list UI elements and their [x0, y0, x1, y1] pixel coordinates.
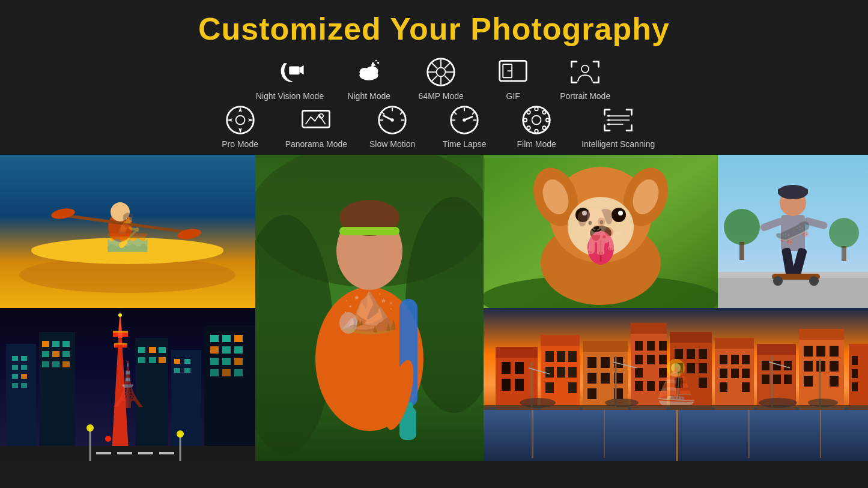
svg-rect-233: [731, 355, 739, 364]
svg-point-274: [667, 359, 685, 377]
svg-rect-205: [587, 388, 596, 399]
svg-rect-142: [159, 347, 166, 353]
svg-rect-259: [852, 356, 858, 365]
svg-rect-143: [138, 357, 145, 363]
modes-row-2: Pro Mode Panorama Mode: [213, 104, 655, 149]
svg-rect-119: [21, 374, 27, 379]
svg-rect-116: [12, 365, 18, 370]
mode-pro[interactable]: Pro Mode: [213, 104, 267, 149]
mode-night[interactable]: Night Mode: [342, 56, 396, 101]
svg-rect-246: [773, 375, 781, 384]
svg-rect-214: [659, 355, 667, 364]
svg-point-53: [608, 119, 610, 121]
svg-rect-244: [784, 361, 792, 370]
svg-rect-191: [568, 351, 577, 362]
svg-rect-147: [174, 359, 180, 364]
svg-rect-188: [541, 335, 580, 346]
svg-rect-238: [720, 382, 727, 392]
night-mode-label: Night Mode: [347, 91, 390, 101]
svg-point-40: [532, 116, 541, 125]
mode-slow-motion[interactable]: Slow Motion: [365, 104, 419, 149]
svg-rect-159: [222, 358, 231, 365]
night-mode-icon: [353, 56, 384, 88]
svg-line-14: [445, 76, 451, 82]
mode-64mp[interactable]: 64MP Mode: [414, 56, 468, 101]
svg-rect-219: [659, 381, 667, 391]
mode-night-vision[interactable]: Night Vision Mode: [256, 56, 324, 101]
svg-rect-137: [113, 331, 128, 333]
mode-portrait[interactable]: Portrait Mode: [558, 56, 612, 101]
svg-rect-120: [12, 383, 18, 388]
svg-point-77: [339, 312, 357, 334]
svg-rect-212: [635, 355, 643, 364]
svg-rect-183: [502, 362, 511, 374]
svg-rect-160: [234, 358, 243, 365]
time-lapse-icon: [449, 104, 480, 136]
svg-rect-251: [816, 346, 825, 357]
mode-film[interactable]: Film Mode: [509, 104, 563, 149]
svg-rect-225: [675, 363, 683, 373]
svg-line-16: [431, 76, 437, 82]
svg-rect-223: [687, 349, 695, 359]
svg-rect-153: [222, 335, 231, 342]
svg-rect-211: [659, 341, 667, 351]
photo-harbor: [484, 308, 868, 461]
svg-rect-185: [502, 379, 511, 391]
photos-grid: [0, 155, 868, 461]
svg-rect-194: [568, 367, 577, 378]
svg-point-168: [177, 430, 184, 438]
svg-rect-144: [149, 357, 156, 363]
svg-rect-203: [601, 373, 610, 384]
svg-rect-95: [718, 275, 868, 308]
svg-rect-245: [762, 375, 769, 384]
svg-rect-154: [234, 335, 243, 342]
gif-icon: [497, 56, 529, 88]
svg-point-44: [546, 118, 550, 122]
svg-point-169: [105, 436, 111, 442]
gif-label: GIF: [506, 91, 520, 101]
svg-point-273: [808, 399, 838, 407]
svg-rect-111: [842, 246, 846, 261]
svg-rect-171: [117, 452, 132, 454]
svg-rect-218: [647, 381, 655, 391]
svg-rect-158: [210, 358, 219, 365]
svg-rect-125: [62, 341, 70, 347]
svg-rect-184: [515, 362, 524, 374]
scanning-label: Intelligent Scanning: [581, 139, 655, 149]
svg-rect-199: [587, 357, 596, 368]
svg-rect-148: [184, 359, 190, 364]
svg-rect-145: [159, 357, 166, 363]
svg-rect-235: [720, 369, 727, 378]
svg-rect-157: [234, 346, 243, 354]
svg-rect-190: [557, 351, 565, 362]
svg-rect-210: [647, 341, 655, 351]
svg-line-15: [445, 62, 451, 68]
svg-rect-156: [222, 346, 231, 354]
svg-rect-179: [748, 410, 750, 458]
film-label: Film Mode: [517, 139, 556, 149]
mode-scanning[interactable]: Intelligent Scanning: [581, 104, 655, 149]
svg-point-5: [377, 62, 379, 64]
svg-point-166: [86, 424, 94, 432]
svg-rect-118: [12, 374, 18, 379]
svg-rect-237: [742, 369, 750, 378]
svg-rect-215: [635, 368, 643, 378]
night-vision-label: Night Vision Mode: [256, 91, 324, 101]
svg-rect-138: [114, 343, 127, 345]
mode-gif[interactable]: GIF: [486, 56, 540, 101]
svg-point-136: [118, 313, 122, 317]
svg-rect-260: [852, 369, 858, 378]
svg-rect-121: [21, 383, 27, 388]
svg-rect-221: [670, 332, 712, 343]
mode-panorama[interactable]: Panorama Mode: [285, 104, 348, 149]
svg-rect-192: [545, 367, 554, 378]
svg-rect-150: [184, 368, 190, 373]
svg-rect-115: [21, 356, 27, 361]
svg-point-46: [542, 126, 546, 130]
camera-aperture-icon: [425, 56, 457, 88]
scanning-icon: [602, 104, 634, 136]
svg-rect-226: [687, 363, 695, 373]
mode-time-lapse[interactable]: Time Lapse: [437, 104, 491, 149]
photo-skater: [718, 155, 868, 308]
film-icon: [521, 104, 552, 136]
